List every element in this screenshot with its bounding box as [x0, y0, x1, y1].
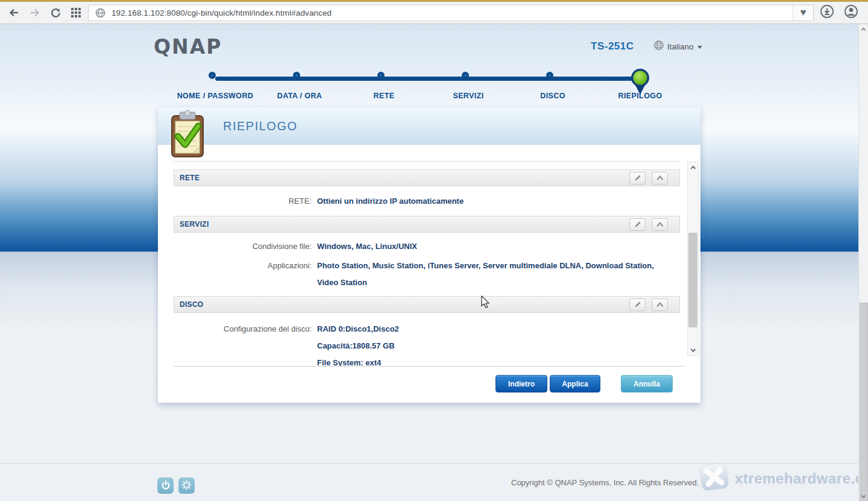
row-label: RETE: — [174, 195, 317, 208]
row-value: Photo Station, Music Station, iTunes Ser… — [317, 257, 664, 291]
section-content-disco: Configurazione del disco: RAID 0:Disco1,… — [174, 313, 680, 366]
page-title: RIEPILOGO — [223, 107, 298, 145]
address-bar[interactable]: 192.168.1.102:8080/cgi-bin/quick/html/in… — [88, 5, 814, 21]
section-header-disco: DISCO — [174, 296, 680, 313]
panel-scrollbar[interactable] — [687, 162, 699, 356]
row-value: Ottieni un indirizzo IP automaticamente — [317, 195, 664, 208]
power-button[interactable] — [157, 477, 174, 494]
chevron-down-icon — [697, 46, 702, 49]
scroll-up-icon[interactable] — [688, 162, 698, 172]
power-icon — [161, 480, 171, 492]
section-title-servizi: SERVIZI — [174, 220, 209, 228]
edit-rete-button[interactable] — [629, 172, 646, 184]
summary-panel: RIEPILOGO RETE RETE: Ottieni un indirizz… — [158, 107, 700, 403]
summary-clipboard-icon — [168, 110, 207, 162]
url-text[interactable]: 192.168.1.102:8080/cgi-bin/quick/html/in… — [112, 8, 793, 17]
reload-icon[interactable] — [51, 8, 61, 18]
device-model: TS-251C — [591, 40, 634, 52]
summary-row: File System: ext4 — [174, 354, 680, 366]
summary-scroll-area: RETE RETE: Ottieni un indirizzo IP autom… — [174, 161, 680, 366]
section-title-rete: RETE — [174, 174, 200, 182]
page-scroll-up-icon[interactable] — [859, 24, 868, 34]
profile-icon[interactable] — [844, 4, 858, 21]
download-icon[interactable] — [820, 4, 834, 21]
step-node-servizi[interactable] — [462, 72, 469, 79]
section-content-rete: RETE: Ottieni un indirizzo IP automatica… — [174, 186, 680, 216]
row-value: Capacità:1808.57 GB — [317, 338, 664, 354]
section-content-servizi: Condivisione file: Windows, Mac, Linux/U… — [174, 233, 680, 296]
qnap-logo: QNAP — [154, 35, 222, 58]
xtremehardware-x-icon — [698, 462, 731, 496]
step-node-data-ora[interactable] — [293, 72, 300, 79]
section-header-servizi: SERVIZI — [174, 216, 680, 233]
step-label-riepilogo: RIEPILOGO — [589, 92, 691, 100]
step-node-rete[interactable] — [377, 72, 385, 79]
globe-icon — [654, 40, 664, 52]
summary-row: Capacità:1808.57 GB — [174, 338, 680, 354]
forward-icon[interactable] — [30, 8, 40, 17]
row-label: Applicazioni: — [174, 257, 317, 274]
row-value: RAID 0:Disco1,Disco2 — [317, 321, 664, 338]
collapse-servizi-button[interactable] — [652, 218, 668, 231]
back-icon[interactable] — [8, 8, 19, 17]
page-info-icon[interactable] — [95, 8, 105, 18]
apps-grid-icon[interactable] — [71, 8, 81, 17]
step-node-disco[interactable] — [546, 72, 553, 79]
language-selector[interactable]: Italiano — [654, 40, 702, 52]
summary-row: RETE: Ottieni un indirizzo IP automatica… — [174, 195, 680, 208]
panel-scrollbar-thumb[interactable] — [688, 233, 697, 327]
row-value: File System: ext4 — [317, 354, 664, 366]
step-node-nome-password[interactable] — [209, 72, 216, 79]
page-scroll-down-icon[interactable] — [859, 491, 868, 501]
section-title-disco: DISCO — [174, 300, 204, 309]
apply-button[interactable]: Applica — [550, 375, 600, 392]
collapse-rete-button[interactable] — [652, 172, 668, 184]
row-label: Condivisione file: — [174, 240, 317, 253]
watermark-text: xtremehardware.com — [735, 470, 868, 487]
back-button[interactable]: Indietro — [495, 375, 547, 392]
edit-disco-button[interactable] — [629, 298, 646, 311]
restart-starburst-icon — [181, 480, 192, 492]
section-header-rete: RETE — [174, 169, 680, 186]
summary-row: Condivisione file: Windows, Mac, Linux/U… — [174, 240, 680, 253]
language-label: Italiano — [667, 42, 694, 51]
restart-button[interactable] — [178, 477, 195, 494]
scroll-down-icon[interactable] — [688, 345, 698, 355]
bookmark-heart-icon[interactable]: ♥ — [793, 5, 813, 20]
stepper-line — [215, 77, 640, 81]
panel-divider — [174, 366, 685, 367]
cancel-button[interactable]: Annulla — [621, 375, 673, 392]
row-label: Configurazione del disco: — [174, 321, 317, 338]
page-scrollbar-thumb[interactable] — [860, 303, 868, 501]
browser-toolbar: 192.168.1.102:8080/cgi-bin/quick/html/in… — [0, 0, 868, 24]
edit-servizi-button[interactable] — [629, 218, 646, 231]
page-scrollbar[interactable] — [858, 24, 868, 501]
collapse-disco-button[interactable] — [652, 298, 668, 311]
copyright-text: Copyright © QNAP Systems, Inc. All Right… — [511, 478, 699, 487]
xtremehardware-watermark: xtremehardware.com — [698, 462, 868, 496]
summary-row: Applicazioni: Photo Station, Music Stati… — [174, 257, 680, 291]
summary-row: Configurazione del disco: RAID 0:Disco1,… — [174, 321, 680, 338]
row-value: Windows, Mac, Linux/UNIX — [317, 240, 664, 253]
